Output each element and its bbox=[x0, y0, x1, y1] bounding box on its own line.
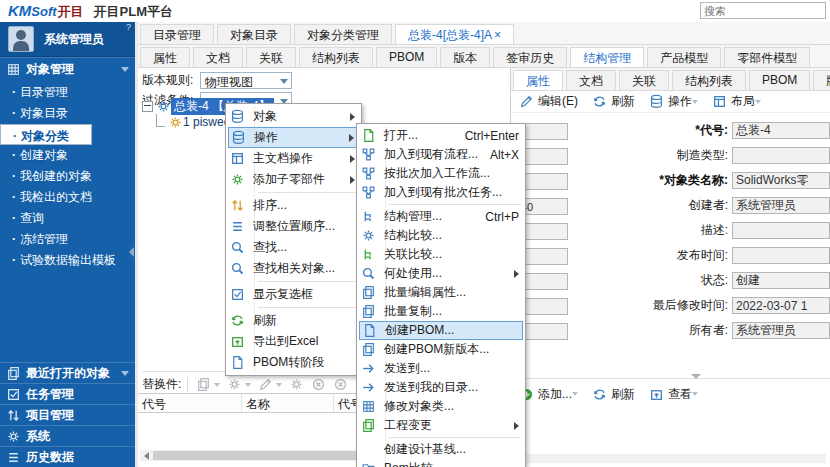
sidebar-section-recent-objects[interactable]: 最近打开的对象 bbox=[0, 362, 135, 383]
refresh-button[interactable]: 刷新 bbox=[592, 93, 635, 110]
sidebar-item-query[interactable]: 查询 bbox=[0, 208, 135, 229]
menu-item-pbom-phase[interactable]: PBOM转阶段 bbox=[228, 352, 359, 373]
submenu-item-modify-object-class[interactable]: 修改对象类... bbox=[359, 397, 523, 416]
remove-all-disabled-icon[interactable] bbox=[333, 377, 348, 392]
submenu-item-create-pbom[interactable]: 创建PBOM... bbox=[359, 321, 523, 340]
tab-attributes[interactable]: 属性 bbox=[513, 70, 563, 90]
tab-relations[interactable]: 关联 bbox=[619, 70, 669, 90]
menu-item-object[interactable]: 对象 bbox=[228, 106, 359, 127]
submenu-item-batch-copy[interactable]: 批量复制... bbox=[359, 302, 523, 321]
user-avatar[interactable] bbox=[8, 26, 34, 52]
submenu-item-engineering-change[interactable]: 工程变更 bbox=[359, 416, 523, 435]
sidebar-item-my-checked-out-docs[interactable]: 我检出的文档 bbox=[0, 187, 135, 208]
add-button[interactable]: 添加... bbox=[519, 386, 578, 403]
submenu-item-create-pbom-version[interactable]: 创建PBOM新版本... bbox=[359, 340, 523, 359]
sidebar-item-create-object[interactable]: 创建对象 bbox=[0, 145, 135, 166]
tab-assembly-4[interactable]: 总装-4[总装-4]A× bbox=[395, 24, 514, 44]
sidebar-section-project-management[interactable]: 项目管理 bbox=[0, 404, 135, 425]
sidebar-section-task-management[interactable]: 任务管理 bbox=[0, 383, 135, 404]
close-icon[interactable]: × bbox=[494, 28, 501, 42]
sidebar-section-system[interactable]: 系统 bbox=[0, 425, 135, 446]
tab-object-catalog[interactable]: 对象目录 bbox=[217, 24, 291, 44]
menu-item-show-checkbox[interactable]: 显示复选框 bbox=[228, 284, 359, 305]
sidebar-section-object-management[interactable]: 对象管理 bbox=[0, 57, 135, 80]
tab-structure-list[interactable]: 结构列表 bbox=[299, 47, 373, 67]
edit-disabled-icon[interactable] bbox=[258, 377, 273, 392]
submenu-item-create-baseline[interactable]: 创建设计基线... bbox=[359, 440, 523, 459]
tab-product-model[interactable]: 产品模型 bbox=[647, 47, 721, 67]
menu-item-adjust-order[interactable]: 调整位置顺序... bbox=[228, 216, 359, 237]
tab-pbom[interactable]: PBOM bbox=[749, 70, 810, 90]
sidebar-item-object-classification[interactable]: 对象分类管理 bbox=[0, 124, 92, 145]
copy-disabled-icon[interactable] bbox=[196, 377, 211, 392]
refresh-button[interactable]: 刷新 bbox=[592, 386, 635, 403]
scroll-left-icon[interactable] bbox=[144, 452, 149, 460]
tab-version[interactable]: 版本 bbox=[440, 47, 490, 67]
submenu-item-bom-compare[interactable]: Bom比较 bbox=[359, 459, 523, 467]
tab-structure-list[interactable]: 结构列表 bbox=[672, 70, 746, 90]
tab-documents[interactable]: 文档 bbox=[566, 70, 616, 90]
view-button[interactable]: 查看 bbox=[649, 386, 698, 403]
gear-disabled-icon[interactable] bbox=[227, 377, 242, 392]
tab-part-model[interactable]: 零部件模型 bbox=[724, 47, 810, 67]
tab-version[interactable]: 版本 bbox=[813, 70, 830, 90]
submenu-item-batch-edit[interactable]: 批量编辑属性... bbox=[359, 283, 523, 302]
tab-catalog-management[interactable]: 目录管理 bbox=[140, 24, 214, 44]
tab-structure-management[interactable]: 结构管理 bbox=[570, 47, 644, 67]
tab-relations[interactable]: 关联 bbox=[246, 47, 296, 67]
sidebar-item-object-catalog[interactable]: 对象目录 bbox=[0, 103, 135, 124]
submenu-item-structure-management[interactable]: 结构管理...Ctrl+P bbox=[359, 207, 523, 226]
sidebar-item-freeze-management[interactable]: 冻结管理 bbox=[0, 229, 135, 250]
submenu-item-send-to-my-catalog[interactable]: 发送到我的目录... bbox=[359, 378, 523, 397]
submenu-item-batch-workflow[interactable]: 按批次加入工作流... bbox=[359, 164, 523, 183]
submenu-item-structure-compare[interactable]: 结构比较... bbox=[359, 226, 523, 245]
divider-handle-icon[interactable] bbox=[691, 374, 701, 379]
panel-divider[interactable] bbox=[511, 378, 830, 379]
remove-disabled-icon[interactable] bbox=[311, 377, 326, 392]
chevron-down-icon[interactable] bbox=[214, 383, 220, 387]
edit-button[interactable]: 编辑(E) bbox=[519, 93, 578, 110]
submenu-item-add-to-flow[interactable]: 加入到现有流程...Alt+X bbox=[359, 145, 523, 164]
version-rule-select[interactable]: 物理视图 bbox=[200, 72, 292, 89]
last-modified-field[interactable] bbox=[732, 297, 830, 314]
menu-item-operate[interactable]: 操作 bbox=[228, 127, 359, 148]
column-name[interactable]: 名称 bbox=[242, 394, 334, 412]
menu-item-refresh[interactable]: 刷新 bbox=[228, 310, 359, 331]
menu-item-sort[interactable]: 排序... bbox=[228, 195, 359, 216]
menu-item-export-excel[interactable]: 导出到Excel bbox=[228, 331, 359, 352]
publish-time-field[interactable] bbox=[732, 247, 830, 264]
gear2-disabled-icon[interactable] bbox=[289, 377, 304, 392]
column-code[interactable]: 代号 bbox=[138, 394, 242, 412]
menu-item-find-related[interactable]: 查找相关对象... bbox=[228, 258, 359, 279]
menu-item-main-document[interactable]: 主文档操作 bbox=[228, 148, 359, 169]
manufacture-type-field[interactable] bbox=[732, 147, 830, 164]
tab-object-classification[interactable]: 对象分类管理 bbox=[294, 24, 392, 44]
tab-pbom[interactable]: PBOM bbox=[376, 47, 437, 67]
collapse-caret-icon[interactable] bbox=[121, 67, 129, 72]
tab-sign-history[interactable]: 签审历史 bbox=[493, 47, 567, 67]
tab-documents[interactable]: 文档 bbox=[193, 47, 243, 67]
description-field[interactable] bbox=[732, 222, 830, 239]
status-field[interactable] bbox=[732, 272, 830, 289]
layout-button[interactable]: 布局 bbox=[712, 93, 761, 110]
tab-attributes[interactable]: 属性 bbox=[140, 47, 190, 67]
bottom-scroll-strip[interactable] bbox=[513, 454, 826, 463]
object-class-field[interactable] bbox=[732, 172, 830, 189]
chevron-down-icon[interactable] bbox=[245, 383, 251, 387]
global-search-input[interactable] bbox=[700, 2, 826, 19]
submenu-item-add-batch-task[interactable]: 加入到现有批次任务... bbox=[359, 183, 523, 202]
submenu-item-where-used[interactable]: 何处使用... bbox=[359, 264, 523, 283]
sidebar-item-my-created-objects[interactable]: 我创建的对象 bbox=[0, 166, 135, 187]
help-icon[interactable]: ? bbox=[126, 22, 131, 32]
code-field[interactable] bbox=[732, 122, 830, 139]
creator-field[interactable] bbox=[732, 197, 830, 214]
sidebar-collapse-handle[interactable] bbox=[129, 247, 134, 257]
submenu-item-open[interactable]: 打开...Ctrl+Enter bbox=[359, 126, 523, 145]
chevron-down-icon[interactable] bbox=[121, 371, 129, 376]
sidebar-item-catalog-management[interactable]: 目录管理 bbox=[0, 82, 135, 103]
collapse-expander-icon[interactable] bbox=[142, 101, 153, 112]
menu-item-add-child-part[interactable]: 添加子零部件 bbox=[228, 169, 359, 190]
operate-button[interactable]: 操作 bbox=[649, 93, 698, 110]
menu-item-find[interactable]: 查找... bbox=[228, 237, 359, 258]
owner-field[interactable] bbox=[732, 322, 830, 339]
